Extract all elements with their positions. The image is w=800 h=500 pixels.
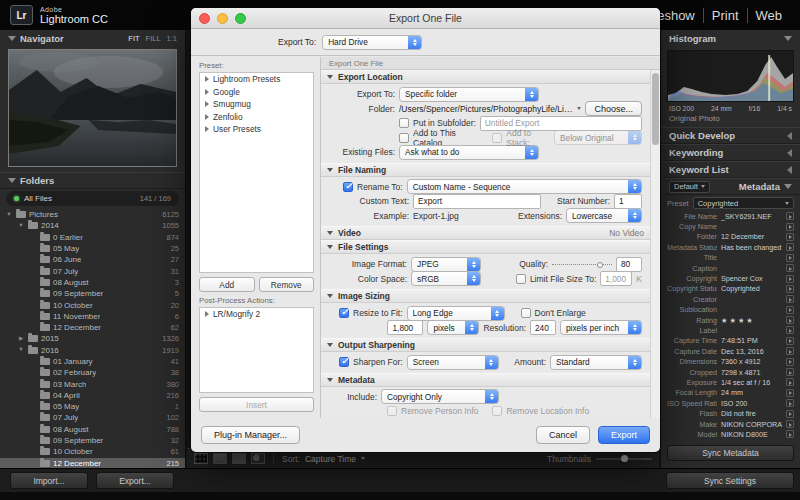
folder-row[interactable]: 12 December 215: [0, 458, 185, 468]
put-in-subfolder-checkbox[interactable]: [399, 118, 409, 128]
metadata-field-value[interactable]: ISO 200: [721, 399, 782, 408]
metadata-action-icon[interactable]: [786, 243, 794, 251]
dialog-export-button[interactable]: Export: [598, 426, 650, 444]
export-button[interactable]: Export...: [96, 472, 174, 489]
image-format-dropdown[interactable]: JPEG: [411, 257, 481, 272]
quality-value-input[interactable]: [616, 257, 642, 272]
dialog-scrollbar[interactable]: [650, 70, 660, 418]
metadata-action-icon[interactable]: [786, 430, 794, 438]
preset-twisty-icon[interactable]: [205, 76, 209, 82]
limit-file-size-checkbox[interactable]: [516, 274, 526, 284]
zoom-option[interactable]: 1:1: [167, 34, 177, 43]
folder-row[interactable]: 06 June 27: [0, 254, 185, 265]
panel-header[interactable]: Quick Develop: [661, 127, 800, 144]
compare-view-icon[interactable]: [232, 453, 246, 464]
metadata-action-icon[interactable]: [786, 306, 794, 314]
preset-twisty-icon[interactable]: [205, 126, 209, 132]
resolution-unit-dropdown[interactable]: pixels per inch: [560, 320, 642, 335]
folder-twisty-icon[interactable]: ▼: [17, 223, 25, 229]
folder-row[interactable]: 02 February 38: [0, 367, 185, 378]
folder-row[interactable]: 09 September 32: [0, 435, 185, 446]
metadata-field-value[interactable]: Has been changed: [721, 243, 782, 252]
metadata-field-value[interactable]: 24 mm: [721, 388, 782, 397]
folder-row[interactable]: ▶ 2015 1326: [0, 333, 185, 344]
all-files-bar[interactable]: All Files 141 / 169: [6, 191, 179, 206]
folder-row[interactable]: 0 Earlier 874: [0, 232, 185, 243]
metadata-action-icon[interactable]: [786, 223, 794, 231]
image-sizing-header[interactable]: Image Sizing: [321, 289, 650, 303]
minimize-button[interactable]: [217, 13, 228, 24]
metadata-action-icon[interactable]: [786, 337, 794, 345]
folder-row[interactable]: 11 November 6: [0, 311, 185, 322]
folder-row[interactable]: 08 August 788: [0, 424, 185, 435]
export-location-header[interactable]: Export Location: [321, 70, 650, 84]
metadata-field-value[interactable]: Copyrighted: [721, 284, 782, 293]
sort-value-dropdown[interactable]: Capture Time: [305, 454, 356, 464]
module-link[interactable]: Web: [747, 8, 791, 23]
preset-twisty-icon[interactable]: [205, 101, 209, 107]
metadata-action-icon[interactable]: [786, 410, 794, 418]
preset-item[interactable]: Zenfolio: [200, 111, 313, 124]
folders-header[interactable]: Folders: [0, 172, 185, 189]
metadata-action-icon[interactable]: [786, 347, 794, 355]
folder-twisty-icon[interactable]: ▼: [5, 212, 13, 218]
metadata-action-icon[interactable]: [786, 316, 794, 324]
folder-row[interactable]: 07 July 102: [0, 412, 185, 423]
export-destination-dropdown[interactable]: Hard Drive: [322, 35, 422, 50]
video-header[interactable]: Video No Video: [321, 226, 650, 240]
metadata-action-icon[interactable]: [786, 326, 794, 334]
metadata-field-value[interactable]: 1/4 sec at f / 16: [721, 378, 782, 387]
metadata-field-value[interactable]: NIKON D800E: [721, 430, 782, 439]
navigator-preview[interactable]: [8, 49, 177, 167]
folder-row[interactable]: 12 December 62: [0, 322, 185, 333]
preset-item[interactable]: Smugmug: [200, 98, 313, 111]
sharpen-amount-dropdown[interactable]: Standard: [550, 355, 642, 370]
extensions-dropdown[interactable]: Lowercase: [566, 208, 642, 223]
metadata-field-value[interactable]: Dec 13, 2016: [721, 347, 782, 356]
resolution-input[interactable]: [530, 320, 556, 335]
insert-button[interactable]: Insert: [199, 397, 314, 412]
limit-size-input[interactable]: [600, 271, 632, 286]
post-process-item[interactable]: LR/Mogrify 2: [200, 308, 313, 321]
quality-slider[interactable]: [552, 264, 612, 265]
folder-row[interactable]: 10 October 20: [0, 299, 185, 310]
metadata-action-icon[interactable]: [786, 295, 794, 303]
dialog-title-bar[interactable]: Export One File: [191, 8, 660, 29]
remove-preset-button[interactable]: Remove: [259, 277, 315, 292]
metadata-action-icon[interactable]: [786, 378, 794, 386]
metadata-action-icon[interactable]: [786, 420, 794, 428]
remove-location-checkbox[interactable]: [492, 406, 502, 416]
folder-row[interactable]: 07 July 31: [0, 265, 185, 276]
subfolder-name-input[interactable]: [480, 116, 642, 131]
size-value-input[interactable]: [387, 320, 423, 335]
metadata-include-dropdown[interactable]: Copyright Only: [381, 389, 499, 404]
rename-template-dropdown[interactable]: Custom Name - Sequence: [407, 179, 642, 194]
folder-row[interactable]: 03 March 380: [0, 378, 185, 389]
sync-settings-button[interactable]: Sync Settings: [666, 472, 794, 489]
scrollbar-thumb[interactable]: [652, 73, 659, 145]
sharpen-target-dropdown[interactable]: Screen: [407, 355, 499, 370]
zoom-option[interactable]: FILL: [146, 34, 161, 43]
metadata-panel-header[interactable]: Default Metadata: [661, 178, 800, 195]
metadata-field-value[interactable]: _SKY6291.NEF: [721, 212, 782, 221]
sync-metadata-button[interactable]: Sync Metadata: [667, 445, 794, 461]
module-link[interactable]: Print: [703, 8, 747, 23]
file-settings-header[interactable]: File Settings: [321, 240, 650, 254]
metadata-action-icon[interactable]: [786, 358, 794, 366]
metadata-field-value[interactable]: 12 December: [721, 232, 782, 241]
preset-item[interactable]: Lightroom Presets: [200, 73, 313, 86]
folder-row[interactable]: ▼ 2014 1055: [0, 220, 185, 231]
dont-enlarge-checkbox[interactable]: [521, 308, 531, 318]
file-naming-header[interactable]: File Naming: [321, 163, 650, 177]
folder-row[interactable]: ▼ 2016 1919: [0, 345, 185, 356]
histogram-chart[interactable]: [667, 50, 794, 102]
preset-twisty-icon[interactable]: [205, 114, 209, 120]
size-unit-dropdown[interactable]: pixels: [427, 320, 479, 335]
metadata-field-value[interactable]: NIKON CORPORATION: [721, 420, 782, 429]
metadata-action-icon[interactable]: [786, 285, 794, 293]
survey-view-icon[interactable]: [251, 453, 265, 464]
post-process-twisty-icon[interactable]: [205, 311, 209, 317]
sharpen-for-checkbox[interactable]: [339, 357, 349, 367]
panel-header[interactable]: Keywording: [661, 144, 800, 161]
metadata-action-icon[interactable]: [786, 389, 794, 397]
